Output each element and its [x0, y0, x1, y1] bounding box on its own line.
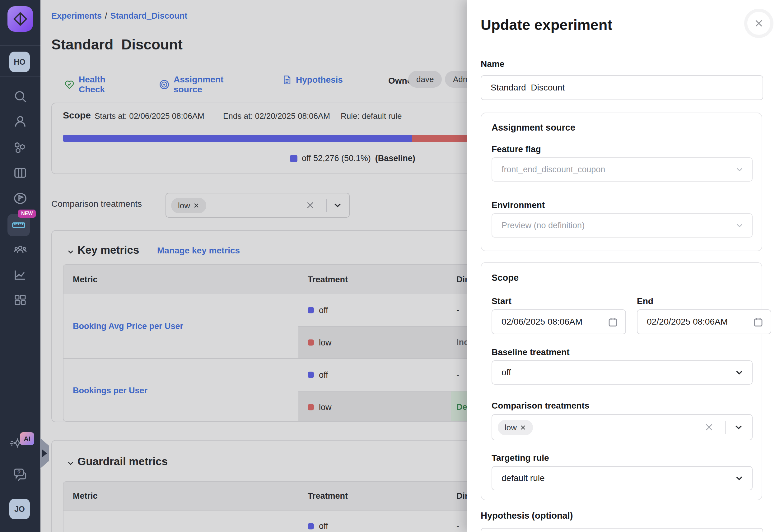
chip-remove-icon[interactable] — [520, 424, 526, 431]
sidebar-divider — [0, 490, 40, 490]
chevron-down-icon[interactable] — [735, 220, 745, 230]
feature-flag-value: front_end_discount_coupon — [502, 165, 605, 174]
people-group-icon[interactable] — [13, 242, 28, 257]
select-divider — [725, 421, 726, 434]
chevron-down-icon[interactable] — [733, 422, 744, 433]
calendar-icon[interactable] — [753, 316, 764, 327]
close-icon — [754, 18, 764, 28]
ai-badge: AI — [20, 432, 34, 445]
line-chart-icon[interactable] — [13, 267, 28, 282]
sidebar: HO — [0, 0, 40, 532]
chevron-down-icon[interactable] — [734, 473, 745, 483]
name-input[interactable]: Standard_Discount — [481, 75, 763, 100]
scope-heading: Scope — [492, 273, 519, 283]
calendar-icon[interactable] — [607, 316, 619, 327]
select-divider — [728, 163, 728, 176]
dashboard-grid-icon[interactable] — [13, 293, 28, 308]
targeting-rule-select[interactable]: default rule — [492, 466, 753, 490]
expand-arrow-icon — [42, 449, 47, 457]
user-avatar[interactable]: JO — [9, 499, 30, 519]
end-date-value: 02/20/2025 08:06AM — [647, 317, 728, 327]
help-chat-icon[interactable]: ? — [12, 466, 27, 481]
start-date-input[interactable]: 02/06/2025 08:06AM — [492, 309, 626, 334]
columns-icon[interactable] — [13, 165, 28, 180]
assignment-source-group: Assignment source Feature flag front_end… — [481, 113, 762, 251]
select-divider — [728, 219, 728, 232]
start-label: Start — [492, 296, 512, 306]
baseline-treatment-value: off — [502, 368, 511, 377]
svg-text:?: ? — [17, 469, 21, 475]
hexagons-icon[interactable] — [13, 140, 28, 155]
environment-label: Environment — [492, 200, 545, 210]
environment-value: Preview (no definition) — [502, 221, 585, 230]
close-panel-button[interactable] — [744, 9, 773, 38]
comparison-treatments-multiselect[interactable]: low — [492, 414, 753, 440]
app-window: Experiments/Standard_Discount Standard_D… — [0, 0, 775, 532]
hypothesis-optional-label: Hypothesis (optional) — [481, 511, 573, 521]
user-icon[interactable] — [13, 114, 28, 129]
sidebar-divider — [0, 45, 40, 46]
workspace-avatar[interactable]: HO — [9, 52, 30, 72]
sidebar-divider — [0, 76, 40, 77]
chevron-down-icon[interactable] — [734, 367, 745, 378]
end-date-input[interactable]: 02/20/2025 08:06AM — [637, 309, 771, 334]
start-date-value: 02/06/2025 08:06AM — [502, 317, 582, 327]
update-experiment-panel: Update experiment Name Standard_Discount… — [467, 0, 775, 532]
name-label: Name — [481, 59, 504, 69]
select-divider — [728, 366, 728, 379]
panel-title: Update experiment — [481, 16, 612, 33]
hypothesis-textarea[interactable] — [481, 528, 763, 532]
flag-circle-icon[interactable] — [13, 191, 28, 206]
end-label: End — [637, 296, 653, 306]
baseline-treatment-select[interactable]: off — [492, 360, 753, 385]
select-divider — [728, 472, 728, 485]
comparison-treatments-label: Comparison treatments — [492, 401, 589, 411]
search-icon[interactable] — [13, 89, 28, 104]
treatment-chip-low[interactable]: low — [498, 420, 533, 435]
new-badge: NEW — [18, 210, 36, 218]
treatment-chip-label: low — [505, 423, 517, 433]
targeting-rule-value: default rule — [502, 473, 545, 483]
assignment-source-heading: Assignment source — [492, 123, 575, 133]
feature-flag-select[interactable]: front_end_discount_coupon — [492, 157, 753, 182]
name-input-value: Standard_Discount — [491, 83, 565, 93]
baseline-treatment-label: Baseline treatment — [492, 347, 570, 357]
ruler-icon — [11, 218, 26, 233]
app-logo[interactable] — [7, 6, 33, 32]
clear-selection-icon[interactable] — [704, 422, 714, 432]
targeting-rule-label: Targeting rule — [492, 453, 549, 463]
scope-group: Scope Start End 02/06/2025 08:06AM 02/20… — [481, 262, 762, 500]
environment-select[interactable]: Preview (no definition) — [492, 213, 753, 238]
chevron-down-icon[interactable] — [735, 164, 745, 174]
feature-flag-label: Feature flag — [492, 144, 541, 154]
